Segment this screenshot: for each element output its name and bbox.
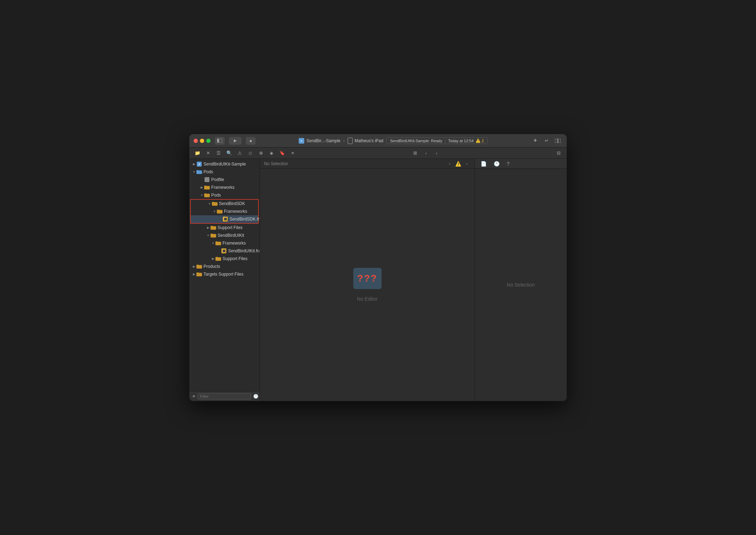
tree-label-frameworks-2: Frameworks — [224, 209, 247, 214]
editor-area: No Selection ‹ ⚠️ › ??? No Editor — [260, 159, 475, 401]
inspector-help-tab[interactable]: ? — [505, 160, 511, 167]
toolbar-right: ⊟ — [554, 149, 563, 157]
svg-rect-0 — [217, 139, 219, 143]
tree-item-support-files-1[interactable]: Support Files — [189, 224, 260, 232]
device-selector[interactable]: Matheus's iPad — [348, 138, 384, 144]
breakpoints-btn[interactable]: ◇ — [246, 149, 255, 157]
tree-label-frameworks-3: Frameworks — [222, 241, 246, 246]
search-btn[interactable]: 🔍 — [225, 149, 234, 157]
editor-warning-icon: ⚠️ — [455, 161, 461, 167]
disclosure-support-files-1[interactable] — [206, 225, 211, 230]
close-button[interactable] — [194, 139, 198, 143]
disclosure-frameworks-2[interactable] — [212, 209, 217, 214]
add-button[interactable]: + — [531, 137, 540, 145]
inspector-panel: 📄 🕐 ? No Selection — [475, 159, 567, 401]
toolbar: 📁 ✕ ☰ 🔍 ⚠ ◇ ⊕ ◈ 🔖 ≡ ⊞ ‹ › ⊟ — [189, 148, 567, 159]
tree-label-sendbirdsdk: SendBirdSDK — [219, 201, 245, 206]
disclosure-frameworks-1[interactable] — [199, 185, 204, 190]
tree-item-frameworks-1[interactable]: Frameworks — [189, 184, 260, 191]
title-bar-right: + ↵ — [531, 137, 562, 145]
maximize-button[interactable] — [206, 139, 211, 143]
project-breadcrumb[interactable]: X SendBir...-Sample — [299, 138, 341, 144]
issues-btn[interactable]: ☰ — [214, 149, 223, 157]
source-control-btn[interactable]: ✕ — [203, 149, 213, 157]
disclosure-pods-root[interactable] — [191, 169, 196, 174]
tree-item-frameworks-2[interactable]: Frameworks — [191, 208, 258, 215]
tree-label-sendbirduikit-sample: SendBirdUIKit-Sample — [203, 162, 246, 167]
tree-label-sendbirduitkit: SendBirdUIKit — [218, 233, 244, 238]
support-files-folder-icon-1 — [211, 225, 216, 230]
toolbar-center: ⊞ ‹ › — [299, 149, 553, 157]
warning-btn[interactable]: ⚠ — [235, 149, 244, 157]
editor-no-selection: No Selection — [264, 161, 288, 166]
tree-item-sendbirdsdk-framework[interactable]: ⬛ SendBirdSDK.framework — [191, 215, 258, 223]
project-icon: X — [299, 138, 304, 144]
tree-item-pods-sub[interactable]: Pods — [189, 191, 260, 199]
tree-item-sendbirduitkit-framework[interactable]: ⬛ SendBirdUIKit.framework — [189, 247, 260, 255]
disclosure-products[interactable] — [191, 264, 196, 269]
sidebar-toggle-button[interactable] — [215, 137, 225, 145]
tree-label-sendbirduitkit-framework: SendBirdUIKit.framework — [228, 248, 260, 253]
traffic-lights — [194, 139, 211, 143]
project-name: SendBir...-Sample — [306, 138, 341, 143]
disclosure-sendbirduikit-sample[interactable] — [191, 162, 196, 167]
warning-badge[interactable]: ⚠️ 2 — [476, 138, 484, 143]
back-nav-button[interactable]: ↵ — [542, 137, 551, 145]
svg-rect-1 — [219, 139, 222, 143]
recents-btn[interactable]: 🕐 — [253, 393, 258, 400]
tree-item-sendbirduitkit[interactable]: SendBirdUIKit — [189, 232, 260, 239]
tree-item-sendbirdsdk[interactable]: SendBirdSDK — [191, 200, 258, 208]
folder-icon-btn[interactable]: 📁 — [193, 149, 202, 157]
editor-main: ??? No Editor — [260, 169, 475, 401]
target-btn[interactable]: ◈ — [267, 149, 276, 157]
inspector-file-tab[interactable]: 📄 — [479, 160, 488, 167]
tests-btn[interactable]: ⊕ — [256, 149, 266, 157]
tree-item-podfile[interactable]: Podfile — [189, 176, 260, 184]
inspector-btn[interactable]: ⊟ — [554, 149, 563, 157]
sendbirduitkit-framework-icon: ⬛ — [221, 248, 227, 254]
inspector-top-bar: 📄 🕐 ? — [475, 159, 567, 169]
nav-forward-btn[interactable]: › — [432, 149, 441, 157]
play-button[interactable]: ▶ — [229, 137, 242, 145]
sendbirdsdk-folder-icon — [212, 201, 218, 206]
targets-support-folder-icon — [196, 271, 202, 277]
split-view-button[interactable] — [553, 137, 562, 145]
disclosure-support-files-2[interactable] — [211, 256, 215, 261]
grid-view-btn[interactable]: ⊞ — [410, 149, 420, 157]
highlighted-group: SendBirdSDK Frameworks ⬛ — [190, 199, 259, 224]
nav-back-btn[interactable]: ‹ — [422, 149, 430, 157]
debug-btn[interactable]: ≡ — [288, 149, 297, 157]
question-marks-display: ??? — [353, 268, 382, 289]
editor-back-btn[interactable]: ‹ — [446, 161, 453, 167]
main-content: S SendBirdUIKit-Sample Pods — [189, 159, 567, 401]
editor-forward-btn[interactable]: › — [463, 161, 470, 167]
tree-item-sendbirduikit-sample[interactable]: S SendBirdUIKit-Sample — [189, 160, 260, 168]
filter-input[interactable] — [197, 393, 251, 399]
tree-item-support-files-2[interactable]: Support Files — [189, 255, 260, 263]
tree-item-pods-root[interactable]: Pods — [189, 168, 260, 176]
bookmark-btn[interactable]: 🔖 — [278, 149, 287, 157]
disclosure-sendbirdsdk[interactable] — [207, 201, 212, 206]
device-icon — [348, 138, 353, 144]
disclosure-targets-support[interactable] — [191, 272, 196, 277]
tree-label-support-files-2: Support Files — [222, 256, 248, 261]
build-status: SendBirdUIKit-Sample: Ready | Today at 1… — [386, 137, 488, 144]
tree-label-targets-support: Targets Support Files — [203, 272, 243, 277]
sendbirduitkit-folder-icon — [211, 233, 216, 238]
frameworks-folder-icon-1 — [204, 185, 210, 190]
tree-label-products: Products — [203, 264, 220, 269]
device-name: Matheus's iPad — [355, 138, 384, 143]
tree-item-products[interactable]: Products — [189, 263, 260, 270]
inspector-history-tab[interactable]: 🕐 — [492, 160, 501, 167]
file-navigator[interactable]: S SendBirdUIKit-Sample Pods — [189, 159, 260, 401]
tree-item-frameworks-3[interactable]: Frameworks — [189, 239, 260, 247]
minimize-button[interactable] — [200, 139, 204, 143]
add-file-button[interactable]: + — [192, 393, 195, 400]
tree-item-targets-support[interactable]: Targets Support Files — [189, 270, 260, 278]
disclosure-sendbirduitkit[interactable] — [206, 233, 211, 238]
frameworks-folder-icon-3 — [215, 240, 221, 246]
inspector-no-selection: No Selection — [507, 282, 535, 288]
stop-button[interactable]: ■ — [246, 137, 256, 145]
disclosure-frameworks-3[interactable] — [211, 241, 215, 246]
disclosure-pods-sub[interactable] — [199, 193, 204, 198]
